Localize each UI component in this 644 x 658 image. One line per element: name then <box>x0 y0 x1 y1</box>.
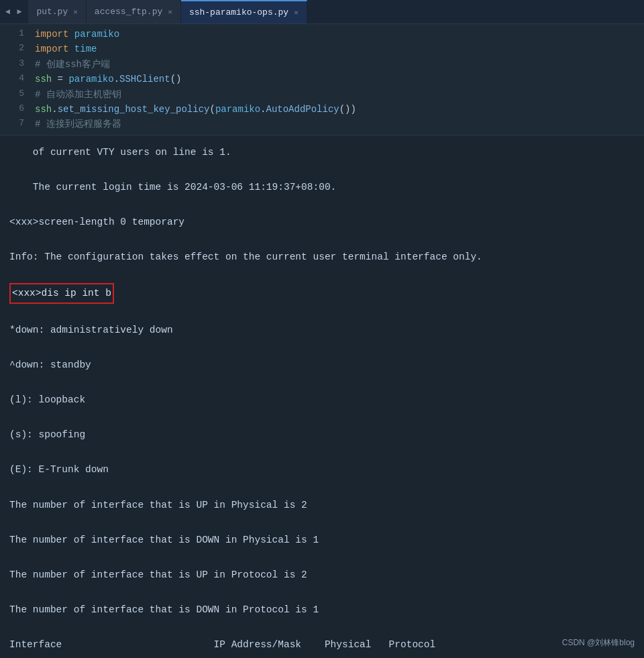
terminal-line: *down: administratively down <box>9 321 635 339</box>
code-text: ssh = paramiko.SSHClient() <box>35 72 182 87</box>
code-line-3: 3 # 创建ssh客户端 <box>0 57 644 72</box>
code-text: # 连接到远程服务器 <box>35 117 121 131</box>
terminal-line <box>9 618 635 636</box>
terminal-line: The number of interface that is UP in Ph… <box>9 496 635 514</box>
tab-label: ssh-paramiko-ops.py <box>189 7 288 17</box>
code-text: # 自动添加主机密钥 <box>35 87 121 102</box>
terminal-line: The number of interface that is DOWN in … <box>9 601 635 618</box>
tab-close-ssh-paramiko[interactable]: ✕ <box>294 8 299 17</box>
terminal-line <box>9 266 635 283</box>
line-number: 4 <box>5 72 24 86</box>
terminal-line: (E): E-Trunk down <box>9 461 635 478</box>
terminal-line: of current VTY users on line is 1. <box>9 144 635 161</box>
code-line-2: 2 import time <box>0 42 644 56</box>
terminal-line <box>9 161 635 178</box>
tab-label: put.py <box>36 7 68 17</box>
line-number: 5 <box>5 87 24 101</box>
code-text: ssh.set_missing_host_key_policy(paramiko… <box>35 102 356 117</box>
tab-bar: ◄ ► put.py ✕ access_ftp.py ✕ ssh-paramik… <box>0 0 644 24</box>
terminal-line <box>9 443 635 461</box>
line-number: 1 <box>5 27 24 41</box>
terminal-line: The number of interface that is UP in Pr… <box>9 566 635 584</box>
terminal-line: The number of interface that is DOWN in … <box>9 531 635 549</box>
code-text: import paramiko <box>35 27 119 42</box>
terminal-line: Info: The configuration takes effect on … <box>9 248 635 266</box>
terminal-line <box>9 584 635 601</box>
terminal-line: (l): loopback <box>9 391 635 408</box>
code-line-1: 1 import paramiko <box>0 27 644 42</box>
terminal-line: ^down: standby <box>9 356 635 374</box>
terminal-cmd-highlighted: <xxx>dis ip int b <box>9 283 635 303</box>
code-text: import time <box>35 42 97 56</box>
terminal-table-header: Interface IP Address/Mask Physical Proto… <box>9 636 635 653</box>
tab-ssh-paramiko-ops[interactable]: ssh-paramiko-ops.py ✕ <box>181 0 307 23</box>
tab-prev-arrow[interactable]: ◄ <box>3 6 13 18</box>
terminal-line <box>9 196 635 213</box>
terminal-line <box>9 231 635 248</box>
terminal-line: <xxx>screen-length 0 temporary <box>9 213 635 231</box>
terminal-line <box>9 408 635 426</box>
line-number: 2 <box>5 42 24 56</box>
line-number: 7 <box>5 117 24 131</box>
tab-close-access-ftp[interactable]: ✕ <box>168 7 172 16</box>
terminal-line <box>9 549 635 566</box>
tab-next-arrow[interactable]: ► <box>14 6 24 18</box>
terminal-line <box>9 304 635 321</box>
terminal-line: The current login time is 2024-03-06 11:… <box>9 178 635 196</box>
tab-access-ftp-py[interactable]: access_ftp.py ✕ <box>87 0 181 23</box>
code-line-5: 5 # 自动添加主机密钥 <box>0 87 644 102</box>
code-editor: 1 import paramiko 2 import time 3 # 创建ss… <box>0 24 644 135</box>
terminal-line <box>9 339 635 356</box>
code-line-4: 4 ssh = paramiko.SSHClient() <box>0 72 644 87</box>
code-line-6: 6 ssh.set_missing_host_key_policy(parami… <box>0 102 644 117</box>
tab-put-py[interactable]: put.py ✕ <box>28 0 86 23</box>
terminal-line: (s): spoofing <box>9 426 635 443</box>
terminal-line <box>9 374 635 391</box>
code-line-7: 7 # 连接到远程服务器 <box>0 117 644 131</box>
terminal-line <box>9 514 635 531</box>
line-number: 6 <box>5 102 24 116</box>
tab-close-put-py[interactable]: ✕ <box>73 7 78 16</box>
tab-nav-arrows[interactable]: ◄ ► <box>3 6 24 18</box>
code-text: # 创建ssh客户端 <box>35 57 110 72</box>
terminal-output: of current VTY users on line is 1. The c… <box>0 135 644 658</box>
line-number: 3 <box>5 57 24 71</box>
tab-label: access_ftp.py <box>95 7 162 17</box>
terminal-line <box>9 479 635 496</box>
highlighted-command: <xxx>dis ip int b <box>9 283 114 303</box>
terminal-line <box>9 653 635 658</box>
watermark: CSDN @刘林锋blog <box>562 637 635 649</box>
